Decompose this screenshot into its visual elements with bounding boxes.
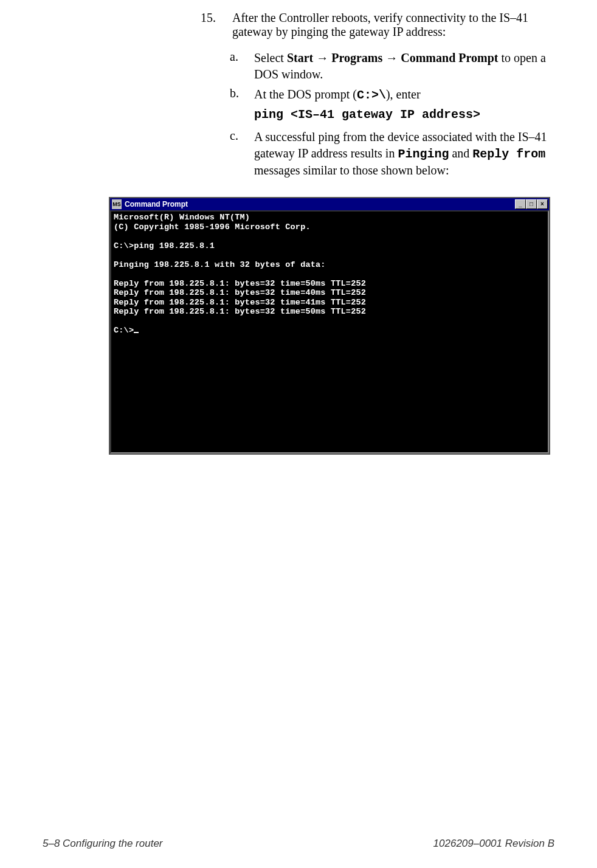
command-arg: <IS–41 gateway IP address>	[283, 108, 480, 122]
dos-prompt: C:>\	[357, 88, 386, 102]
output-pinging: Pinging	[398, 147, 449, 161]
maximize-button[interactable]: □	[526, 199, 537, 209]
text: Select	[254, 51, 287, 64]
menu-programs: Programs	[331, 51, 382, 64]
sub-body: A successful ping from the device associ…	[254, 129, 547, 179]
minimize-button[interactable]: _	[515, 199, 526, 209]
window-title: Command Prompt	[123, 200, 515, 208]
command-line: ping <IS–41 gateway IP address>	[254, 106, 547, 123]
title-bar[interactable]: MS Command Prompt _ □ ×	[110, 198, 549, 210]
instruction-block: 15. After the Controller reboots, verify…	[201, 11, 547, 179]
cursor-icon	[134, 332, 139, 333]
step-15: 15. After the Controller reboots, verify…	[201, 11, 547, 39]
sub-label: b.	[230, 86, 254, 125]
sub-step-c: c. A successful ping from the device ass…	[230, 129, 547, 179]
terminal-output[interactable]: Microsoft(R) Windows NT(TM) (C) Copyrigh…	[110, 210, 549, 453]
footer-right: 1026209–0001 Revision B	[433, 838, 554, 850]
icon-text: MS	[112, 201, 121, 207]
sub-step-b: b. At the DOS prompt (C:>\), enter ping …	[230, 86, 547, 125]
sub-step-a: a. Select Start → Programs → Command Pro…	[230, 50, 547, 83]
arrow-icon: →	[313, 51, 331, 64]
close-button[interactable]: ×	[537, 199, 548, 209]
sub-steps: a. Select Start → Programs → Command Pro…	[230, 50, 547, 179]
sub-body: At the DOS prompt (C:>\), enter ping <IS…	[254, 86, 547, 125]
window-buttons: _ □ ×	[515, 199, 548, 209]
text: messages similar to those shown below:	[254, 164, 449, 177]
text: ), enter	[386, 88, 421, 101]
menu-start: Start	[287, 51, 313, 64]
menu-command-prompt: Command Prompt	[401, 51, 498, 64]
text: and	[449, 146, 472, 160]
page-footer: 5–8 Configuring the router 1026209–0001 …	[43, 838, 554, 850]
output-reply-from: Reply from	[472, 147, 545, 161]
arrow-icon: →	[382, 51, 401, 64]
window-icon[interactable]: MS	[112, 199, 122, 209]
sub-label: a.	[230, 50, 254, 83]
command-prompt-window: MS Command Prompt _ □ × Microsoft(R) Win…	[109, 197, 550, 455]
text: At the DOS prompt (	[254, 88, 357, 101]
sub-body: Select Start → Programs → Command Prompt…	[254, 50, 547, 83]
command: ping	[254, 108, 283, 122]
sub-label: c.	[230, 129, 254, 179]
step-text: After the Controller reboots, verify con…	[232, 11, 547, 39]
footer-left: 5–8 Configuring the router	[43, 838, 163, 850]
step-number: 15.	[201, 11, 232, 39]
